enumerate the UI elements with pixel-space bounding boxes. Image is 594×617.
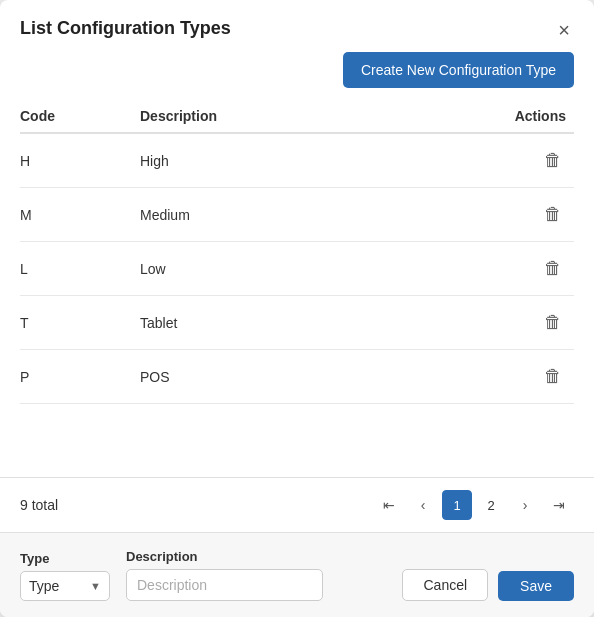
cell-actions: 🗑 <box>494 133 574 188</box>
configuration-types-table-container: Code Description Actions H High 🗑 M Medi… <box>0 100 594 473</box>
cell-actions: 🗑 <box>494 188 574 242</box>
page-1-button[interactable]: 1 <box>442 490 472 520</box>
cell-description: POS <box>140 350 494 404</box>
cell-code: M <box>20 188 140 242</box>
last-page-button[interactable]: ⇥ <box>544 490 574 520</box>
description-label: Description <box>126 549 323 564</box>
cell-code: L <box>20 242 140 296</box>
modal-title: List Configuration Types <box>20 18 231 39</box>
table-header-row: Code Description Actions <box>20 100 574 133</box>
cell-actions: 🗑 <box>494 350 574 404</box>
trash-icon: 🗑 <box>544 312 562 332</box>
delete-button[interactable]: 🗑 <box>540 256 566 281</box>
trash-icon: 🗑 <box>544 366 562 386</box>
cell-actions: 🗑 <box>494 242 574 296</box>
header-actions: Create New Configuration Type <box>0 52 594 100</box>
cell-description: Medium <box>140 188 494 242</box>
chevron-down-icon: ▼ <box>90 580 101 592</box>
total-count: 9 total <box>20 497 58 513</box>
create-new-configuration-type-button[interactable]: Create New Configuration Type <box>343 52 574 88</box>
first-page-button[interactable]: ⇤ <box>374 490 404 520</box>
delete-button[interactable]: 🗑 <box>540 202 566 227</box>
trash-icon: 🗑 <box>544 204 562 224</box>
col-header-actions: Actions <box>494 100 574 133</box>
cell-code: H <box>20 133 140 188</box>
modal-header: List Configuration Types × <box>0 0 594 52</box>
description-field: Description <box>126 549 323 601</box>
cell-code: P <box>20 350 140 404</box>
type-select-value: Type <box>29 578 86 594</box>
cell-description: Low <box>140 242 494 296</box>
table-row: P POS 🗑 <box>20 350 574 404</box>
trash-icon: 🗑 <box>544 258 562 278</box>
page-2-button[interactable]: 2 <box>476 490 506 520</box>
table-row: T Tablet 🗑 <box>20 296 574 350</box>
trash-icon: 🗑 <box>544 150 562 170</box>
table-row: L Low 🗑 <box>20 242 574 296</box>
table-row: H High 🗑 <box>20 133 574 188</box>
prev-page-button[interactable]: ‹ <box>408 490 438 520</box>
footer-form: Type Type ▼ Description Cancel Save <box>0 532 594 617</box>
pagination-controls: ⇤ ‹ 1 2 › ⇥ <box>374 490 574 520</box>
cell-code: T <box>20 296 140 350</box>
pagination-row: 9 total ⇤ ‹ 1 2 › ⇥ <box>0 477 594 532</box>
delete-button[interactable]: 🗑 <box>540 148 566 173</box>
cell-description: Tablet <box>140 296 494 350</box>
cancel-button[interactable]: Cancel <box>402 569 488 601</box>
type-label: Type <box>20 551 110 566</box>
close-button[interactable]: × <box>554 18 574 42</box>
delete-button[interactable]: 🗑 <box>540 310 566 335</box>
description-input[interactable] <box>126 569 323 601</box>
table-row: M Medium 🗑 <box>20 188 574 242</box>
save-button[interactable]: Save <box>498 571 574 601</box>
form-actions: Cancel Save <box>402 569 574 601</box>
cell-actions: 🗑 <box>494 296 574 350</box>
type-select[interactable]: Type ▼ <box>20 571 110 601</box>
cell-description: High <box>140 133 494 188</box>
configuration-types-table: Code Description Actions H High 🗑 M Medi… <box>20 100 574 404</box>
next-page-button[interactable]: › <box>510 490 540 520</box>
col-header-description: Description <box>140 100 494 133</box>
modal-list-configuration-types: List Configuration Types × Create New Co… <box>0 0 594 617</box>
col-header-code: Code <box>20 100 140 133</box>
type-field: Type Type ▼ <box>20 551 110 601</box>
delete-button[interactable]: 🗑 <box>540 364 566 389</box>
